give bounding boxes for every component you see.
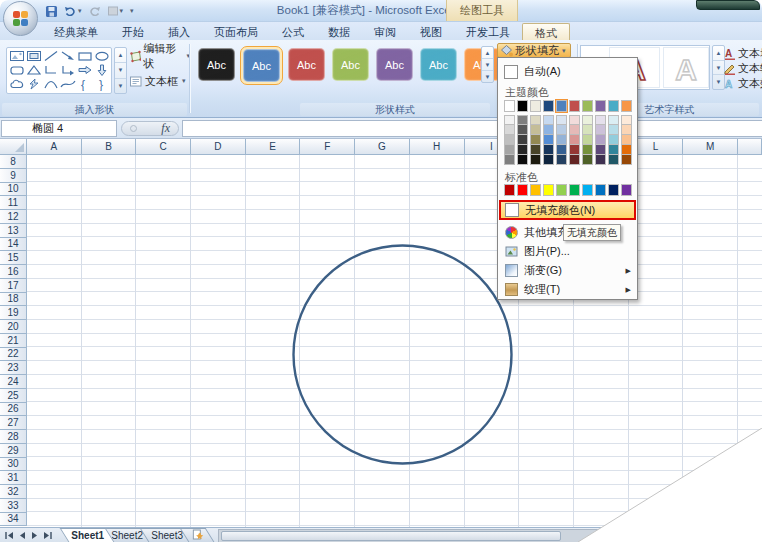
color-swatch[interactable] [543,184,554,196]
color-swatch[interactable] [517,115,528,125]
text-fill-button[interactable]: A 文本填充 [724,46,762,61]
formula-input[interactable] [182,120,762,137]
color-swatch[interactable] [517,155,528,165]
select-all-corner[interactable] [0,139,27,155]
next-sheet-icon[interactable] [29,530,40,541]
color-swatch[interactable] [582,184,593,196]
color-swatch[interactable] [517,184,528,196]
insert-function-button[interactable]: fx [161,121,170,136]
color-swatch[interactable] [556,145,567,155]
row-header-23[interactable]: 23 [0,361,27,375]
shape-style-scrollbar[interactable]: ▲▼▼ [481,46,494,83]
shape-style-chip[interactable]: Abc [286,46,327,85]
qat-customize-button[interactable]: ▾ [128,4,135,19]
color-swatch[interactable] [517,135,528,145]
color-swatch[interactable] [569,184,580,196]
color-swatch[interactable] [504,135,515,145]
menu-item-automatic[interactable]: 自动(A) [499,62,636,81]
row-header-34[interactable]: 34 [0,513,27,527]
color-swatch[interactable] [504,125,515,135]
color-swatch[interactable] [582,115,593,125]
row-header-21[interactable]: 21 [0,334,27,348]
scroll-up-icon[interactable]: ▲ [115,48,126,63]
ribbon-tab-视图[interactable]: 视图 [408,23,454,40]
color-swatch[interactable] [556,125,567,135]
row-header-27[interactable]: 27 [0,416,27,430]
right-arrow-shape-icon[interactable] [77,64,93,77]
color-swatch[interactable] [530,145,541,155]
color-swatch[interactable] [569,145,580,155]
column-header-G[interactable]: G [355,139,410,155]
sheet-tab-Sheet1[interactable]: Sheet1 [60,528,115,542]
row-header-20[interactable]: 20 [0,320,27,334]
name-box[interactable]: 椭圆 4 [1,120,117,137]
color-swatch[interactable] [608,115,619,125]
undo-caret-icon[interactable]: ▾ [78,7,82,15]
color-swatch[interactable] [608,145,619,155]
shape-style-chip[interactable]: Abc [374,46,415,85]
row-header-13[interactable]: 13 [0,224,27,238]
down-arrow-shape-icon[interactable] [94,64,110,77]
color-swatch[interactable] [530,115,541,125]
frame-shape-icon[interactable] [26,50,42,63]
row-header-11[interactable]: 11 [0,196,27,210]
column-header-B[interactable]: B [82,139,137,155]
rounded-rectangle-shape-icon[interactable] [9,64,25,77]
shape-style-chip[interactable]: Abc [418,46,459,85]
menu-item-texture[interactable]: 纹理(T) ▶ [499,281,636,298]
menu-item-gradient[interactable]: 渐变(G) ▶ [499,262,636,279]
color-swatch[interactable] [530,135,541,145]
color-swatch[interactable] [504,115,515,125]
color-swatch[interactable] [556,115,567,125]
row-header-8[interactable]: 8 [0,155,27,169]
color-swatch[interactable] [595,135,606,145]
column-header-D[interactable]: D [191,139,246,155]
color-swatch[interactable] [608,100,619,112]
color-swatch[interactable] [530,184,541,196]
ribbon-tab-开始[interactable]: 开始 [110,23,156,40]
color-swatch[interactable] [621,125,632,135]
color-swatch[interactable] [530,125,541,135]
column-header-E[interactable]: E [246,139,301,155]
print-preview-button-disabled[interactable]: ▾ [106,4,125,19]
color-swatch[interactable] [595,115,606,125]
group-label-insert-shapes[interactable]: 插入形状 [2,103,187,116]
color-swatch[interactable] [556,135,567,145]
redo-button-disabled[interactable] [87,4,102,19]
scroll-up-icon[interactable]: ▲ [482,47,493,59]
color-swatch[interactable] [595,125,606,135]
gallery-more-icon[interactable]: ▼ [713,75,724,89]
cloud-shape-icon[interactable] [9,78,25,91]
column-header-F[interactable]: F [300,139,355,155]
ribbon-tab-审阅[interactable]: 审阅 [362,23,408,40]
curve-shape-icon[interactable] [60,78,76,91]
column-header-A[interactable]: A [27,139,82,155]
color-swatch[interactable] [504,145,515,155]
right-brace-shape-icon[interactable]: } [94,78,110,91]
text-box-button[interactable]: 文本框▾ [129,73,186,89]
wordart-style-item[interactable]: A [663,47,709,88]
color-swatch[interactable] [608,184,619,196]
color-swatch[interactable] [517,100,528,112]
row-header-30[interactable]: 30 [0,458,27,472]
horizontal-scrollbar[interactable] [218,529,762,542]
triangle-shape-icon[interactable] [26,64,42,77]
row-header-19[interactable]: 19 [0,306,27,320]
color-swatch[interactable] [543,125,554,135]
text-effects-button[interactable]: A 文本效果 [724,76,762,91]
color-swatch[interactable] [569,135,580,145]
color-swatch[interactable] [556,155,567,165]
left-brace-shape-icon[interactable]: { [77,78,93,91]
menu-item-no-fill[interactable]: 无填充颜色(N) [499,200,636,220]
elbow-arrow-connector-shape-icon[interactable] [60,64,76,77]
shape-style-chip[interactable]: Abc [240,46,283,85]
shape-fill-button[interactable]: 形状填充▾ [497,43,571,58]
ribbon-tab-开发工具[interactable]: 开发工具 [454,23,522,40]
color-swatch[interactable] [569,155,580,165]
oval-shape-icon[interactable] [94,50,110,63]
color-swatch[interactable] [621,100,632,112]
office-button[interactable] [3,1,38,36]
color-swatch[interactable] [530,100,541,112]
color-swatch[interactable] [543,155,554,165]
row-header-15[interactable]: 15 [0,251,27,265]
